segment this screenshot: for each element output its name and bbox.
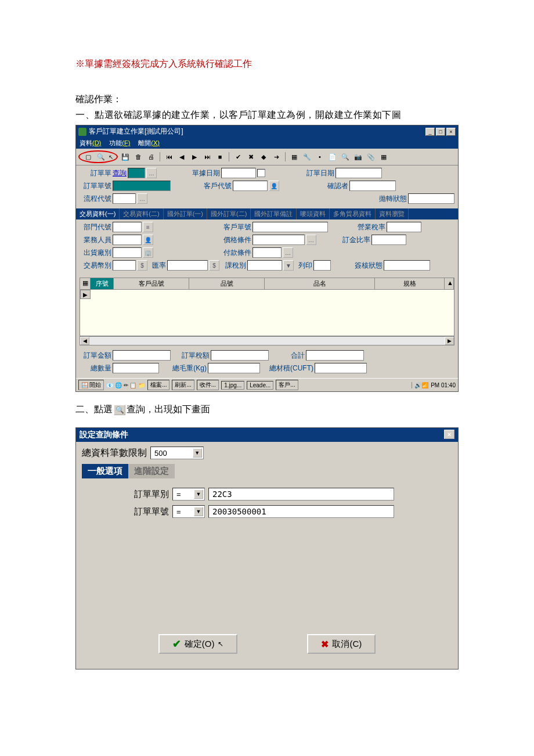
more-icon[interactable]: ▦ <box>378 152 389 162</box>
currency-lookup-button[interactable]: $ <box>137 260 147 271</box>
last-icon[interactable]: ⏭ <box>202 152 212 162</box>
attach-icon[interactable]: 📎 <box>366 152 376 162</box>
scroll-left-button[interactable]: ◀ <box>80 337 89 345</box>
ship-lookup-button[interactable]: 🏢 <box>143 247 153 258</box>
tab-trade2[interactable]: 交易資料(二) <box>120 208 163 219</box>
doc-date-chk[interactable] <box>257 169 265 177</box>
x-icon[interactable]: ✖ <box>246 152 256 162</box>
tax-type-field[interactable] <box>247 260 282 271</box>
tool-icon[interactable]: 🔧 <box>302 152 312 162</box>
row-marker[interactable]: ▶ <box>80 290 91 299</box>
menu-exit[interactable]: 離開(X) <box>138 139 160 147</box>
q-order-no-input[interactable]: 20030500001 <box>208 505 394 518</box>
next-icon[interactable]: ▶ <box>189 152 200 162</box>
arrow-icon[interactable]: ➜ <box>271 152 282 162</box>
grid-body[interactable]: ▶ <box>80 290 454 336</box>
cancel-button[interactable]: ✖ 取消(C) <box>307 634 376 654</box>
cam-icon[interactable]: 📷 <box>353 152 363 162</box>
task-img[interactable]: 1.jpg... <box>221 381 244 390</box>
menu-func[interactable]: 功能(F) <box>109 139 130 147</box>
flow-no-field[interactable] <box>113 193 136 204</box>
col-spec[interactable]: 規格 <box>375 278 445 289</box>
col-cust-item[interactable]: 客戶品號 <box>114 278 189 289</box>
col-item-name[interactable]: 品名 <box>265 278 375 289</box>
task-cust[interactable]: 客戶... <box>276 380 298 390</box>
menu-data[interactable]: 資料(D) <box>80 139 101 147</box>
rate-field[interactable] <box>167 260 208 271</box>
fwd-status-field[interactable] <box>408 193 454 204</box>
start-button[interactable]: 🪟開始 <box>78 380 104 390</box>
price-term-field[interactable] <box>252 235 305 245</box>
task-refresh[interactable]: 刷新... <box>172 380 194 390</box>
tax-dd-button[interactable]: ▼ <box>283 260 294 271</box>
order-type-lookup-button[interactable]: … <box>146 168 157 178</box>
col-seq[interactable]: 序號 <box>91 278 114 289</box>
tab-trade1[interactable]: 交易資料(一) <box>76 208 120 219</box>
system-tray[interactable]: 🔊📶 PM 01:40 <box>412 382 456 388</box>
prev-icon[interactable]: ◀ <box>176 152 187 162</box>
pay-lookup-button[interactable]: … <box>283 247 293 258</box>
tab-mark[interactable]: 嘜頭資料 <box>297 208 330 219</box>
stop-icon[interactable]: ■ <box>215 152 225 162</box>
tab-foreign-note[interactable]: 國外訂單備註 <box>251 208 297 219</box>
dot-icon[interactable]: • <box>315 152 325 162</box>
sales-lookup-button[interactable]: 👤 <box>143 235 153 245</box>
flow-lookup-button[interactable]: … <box>137 193 147 204</box>
pay-term-field[interactable] <box>252 247 282 258</box>
vscroll-up[interactable]: ▲ <box>445 278 454 289</box>
price-lookup-button[interactable]: … <box>306 235 316 245</box>
copy-icon[interactable]: 📄 <box>327 152 338 162</box>
order-no-field[interactable] <box>113 181 171 191</box>
q-order-type-input[interactable]: 22C3 <box>208 488 394 501</box>
minimize-button[interactable]: _ <box>425 128 435 136</box>
dialog-titlebar[interactable]: 設定查詢條件 × <box>76 428 458 442</box>
print-icon[interactable]: 🖨 <box>146 152 156 162</box>
maximize-button[interactable]: □ <box>436 128 445 136</box>
tab-general[interactable]: 一般選項 <box>82 464 128 478</box>
ship-from-field[interactable] <box>113 247 142 258</box>
confirmer-field[interactable] <box>349 181 396 191</box>
new-icon[interactable]: ▢ <box>83 152 93 162</box>
task-file[interactable]: 檔案... <box>147 380 169 390</box>
deposit-field[interactable] <box>371 235 406 245</box>
lookup-link[interactable]: 查詢 <box>113 168 127 178</box>
scroll-track[interactable] <box>89 337 445 345</box>
doc-date-field[interactable] <box>221 168 256 178</box>
first-icon[interactable]: ⏮ <box>164 152 174 162</box>
tab-foreign2[interactable]: 國外訂單(二) <box>207 208 251 219</box>
dept-lookup-button[interactable]: ≡ <box>143 222 153 232</box>
window-titlebar[interactable]: 客戶訂單建立作業[測試用公司] _ □ × <box>76 125 458 138</box>
check-icon[interactable]: ✔ <box>233 152 243 162</box>
sales-field[interactable] <box>113 235 142 245</box>
close-button[interactable]: × <box>446 128 456 136</box>
search-icon[interactable]: 🔍 <box>96 152 106 162</box>
grid-corner[interactable]: ▦ <box>80 278 91 289</box>
cust-lookup-button[interactable]: 👤 <box>269 181 279 191</box>
tab-browse[interactable]: 資料瀏覽 <box>376 208 409 219</box>
ok-button[interactable]: ✔ 確定(O)↖ <box>158 634 238 654</box>
cust-po-field[interactable] <box>252 222 328 232</box>
grid-icon[interactable]: ▦ <box>289 152 300 162</box>
delete-icon[interactable]: 🗑 <box>133 152 143 162</box>
task-leader[interactable]: Leade... <box>247 381 273 390</box>
chevron-down-icon[interactable]: ▼ <box>193 448 202 458</box>
currency-field[interactable] <box>113 260 136 271</box>
tax-rate-field[interactable] <box>387 222 421 232</box>
order-date-field[interactable] <box>335 168 382 178</box>
order-type-field[interactable] <box>128 168 145 178</box>
diamond-icon[interactable]: ◆ <box>258 152 269 162</box>
scroll-right-button[interactable]: ▶ <box>445 337 454 345</box>
save-icon[interactable]: 💾 <box>120 152 131 162</box>
cust-no-field[interactable] <box>233 181 268 191</box>
tab-advanced[interactable]: 進階設定 <box>128 464 175 478</box>
col-item-no[interactable]: 品號 <box>189 278 265 289</box>
zoom-icon[interactable]: 🔍 <box>340 152 351 162</box>
task-inbox[interactable]: 收件... <box>197 380 219 390</box>
tab-foreign1[interactable]: 國外訂單(一) <box>164 208 207 219</box>
limit-select[interactable]: 500 ▼ <box>150 447 204 459</box>
tab-multi-trade[interactable]: 多角貿易資料 <box>330 208 376 219</box>
rate-lookup-button[interactable]: $ <box>209 260 219 271</box>
dept-field[interactable] <box>113 222 142 232</box>
hscrollbar[interactable]: ◀ ▶ <box>80 336 454 345</box>
op-order-no[interactable]: = ▼ <box>172 505 205 518</box>
